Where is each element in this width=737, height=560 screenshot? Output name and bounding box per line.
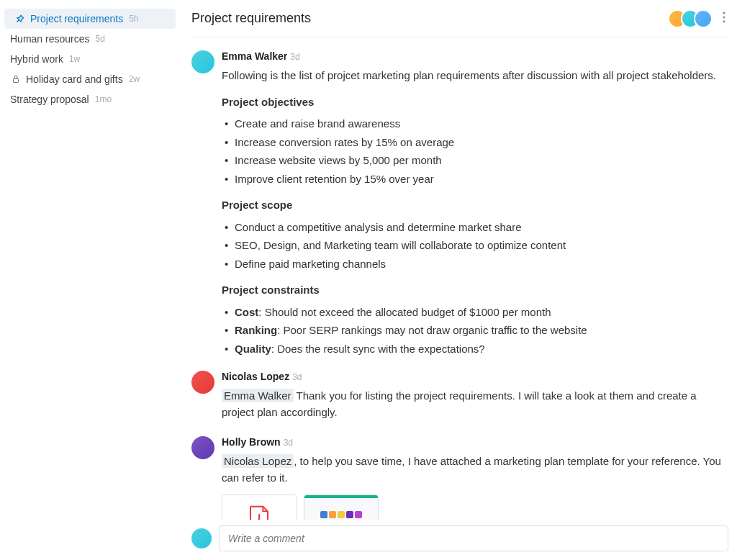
comment-time: 3d: [290, 52, 299, 62]
paragraph: Emma Walker Thank you for listing the pr…: [222, 388, 728, 420]
comment: Nicolas Lopez 3d Emma Walker Thank you f…: [191, 365, 728, 430]
list-item: SEO, Design, and Marketing team will col…: [235, 238, 728, 254]
comment-body: Emma Walker 3d Following is the list of …: [222, 50, 728, 359]
collaborator-avatars[interactable]: [674, 9, 713, 28]
paragraph: Following is the list of projcet marketi…: [222, 68, 728, 84]
list-item: Improve client retention by 15% over yea…: [235, 171, 728, 188]
list-item: Cost: Should not exceed the allocated bu…: [235, 304, 728, 321]
avatar: [694, 9, 713, 28]
sidebar-item-time: 1mo: [95, 94, 112, 104]
mention[interactable]: Nicolas Lopez: [222, 454, 294, 468]
list-item: Create and raise brand awareness: [235, 116, 728, 132]
attachment-card[interactable]: Marketing-stra... Proof this file2h: [304, 494, 379, 520]
header: Project requirements: [191, 0, 728, 37]
attachments: Marketing-plan... Proof this file2h: [222, 494, 728, 520]
comment-time: 3d: [292, 372, 302, 382]
list-item: Define paid marketing channels: [235, 256, 728, 273]
attachment-thumb: [304, 495, 378, 520]
list-item: Increase website views by 5,000 per mont…: [235, 153, 728, 169]
bullet-list: Create and raise brand awareness Increas…: [222, 116, 728, 187]
avatar[interactable]: [191, 371, 214, 394]
page-title: Project requirements: [191, 11, 674, 26]
svg-point-3: [723, 21, 725, 23]
list-item: Quality: Does the result sync with the e…: [235, 341, 728, 358]
sidebar-item-label: Strategy proposal: [10, 94, 89, 105]
compose-row: [191, 520, 728, 560]
section-heading: Project constraints: [222, 282, 728, 299]
sidebar-item-label: Holiday card and gifts: [26, 73, 123, 85]
avatar[interactable]: [191, 436, 214, 459]
comment-text: Following is the list of projcet marketi…: [222, 68, 728, 357]
bullet-list: Cost: Should not exceed the allocated bu…: [222, 304, 728, 358]
svg-rect-0: [14, 79, 19, 83]
main-panel: Project requirements Emma Walker 3d Foll…: [180, 0, 737, 560]
bullet-list: Conduct a competitive analysis and deter…: [222, 220, 728, 273]
avatar: [191, 528, 212, 548]
attachment-card[interactable]: Marketing-plan... Proof this file2h: [222, 494, 297, 520]
avatar[interactable]: [191, 50, 214, 73]
pdf-icon: [248, 505, 271, 520]
paragraph: Nicolas Lopez, to help you save time, I …: [222, 453, 728, 486]
comments-scroll[interactable]: Emma Walker 3d Following is the list of …: [191, 37, 728, 520]
comment-body: Holly Brown 3d Nicolas Lopez, to help yo…: [222, 436, 728, 520]
sidebar: Project requirements 5h Human resources …: [0, 0, 180, 560]
sidebar-item-label: Hybrid work: [10, 53, 63, 65]
comment-author: Holly Brown: [222, 436, 281, 448]
comment-text: Nicolas Lopez, to help you save time, I …: [222, 453, 728, 486]
sidebar-item-human-resources[interactable]: Human resources 5d: [0, 29, 180, 49]
lock-icon: [10, 73, 22, 85]
list-item: Ranking: Poor SERP rankings may not draw…: [235, 322, 728, 339]
vertical-dots-icon: [723, 12, 725, 23]
sidebar-item-holiday-card[interactable]: Holiday card and gifts 2w: [0, 69, 180, 89]
svg-point-2: [723, 17, 725, 19]
comment-time: 3d: [284, 438, 293, 448]
sidebar-item-time: 5d: [96, 34, 105, 44]
svg-point-1: [723, 12, 725, 14]
section-heading: Project objectives: [222, 94, 728, 111]
sidebar-item-strategy-proposal[interactable]: Strategy proposal 1mo: [0, 89, 180, 109]
section-heading: Project scope: [222, 197, 728, 214]
list-item: Conduct a competitive analysis and deter…: [235, 220, 728, 236]
comment: Holly Brown 3d Nicolas Lopez, to help yo…: [191, 430, 728, 520]
comment-input[interactable]: [219, 525, 728, 551]
list-item: Increase conversion rates by 15% on aver…: [235, 135, 728, 151]
sidebar-item-label: Human resources: [10, 33, 90, 45]
sidebar-item-label: Project requirements: [30, 13, 123, 24]
more-menu-button[interactable]: [720, 9, 728, 28]
sidebar-item-time: 5h: [129, 14, 138, 24]
comment-author: Nicolas Lopez: [222, 371, 289, 382]
comment-text: Emma Walker Thank you for listing the pr…: [222, 388, 728, 420]
comment-author: Emma Walker: [222, 50, 287, 62]
mention[interactable]: Emma Walker: [222, 389, 294, 402]
pin-icon: [14, 13, 26, 24]
sidebar-item-hybrid-work[interactable]: Hybrid work 1w: [0, 49, 180, 69]
comment: Emma Walker 3d Following is the list of …: [191, 45, 728, 365]
attachment-thumb: [222, 495, 296, 520]
comment-body: Nicolas Lopez 3d Emma Walker Thank you f…: [222, 371, 728, 425]
sidebar-item-time: 1w: [69, 54, 80, 64]
sidebar-item-project-requirements[interactable]: Project requirements 5h: [4, 9, 176, 29]
sidebar-item-time: 2w: [129, 74, 140, 84]
